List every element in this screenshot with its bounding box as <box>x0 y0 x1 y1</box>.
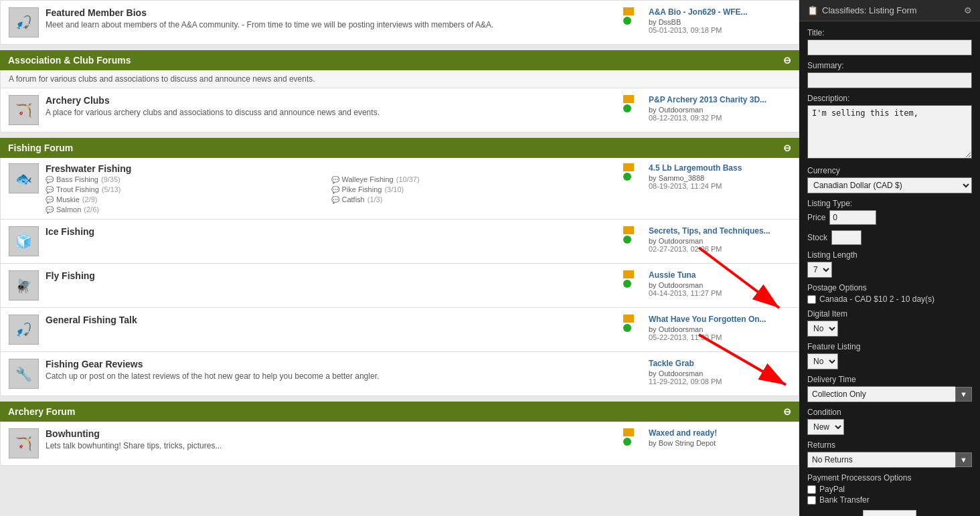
sub-muskie[interactable]: Muskie (2/9) <box>46 195 331 203</box>
currency-group: Currency Canadian Dollar (CAD $) <box>807 166 972 193</box>
general-title[interactable]: General Fishing Talk <box>46 315 617 325</box>
paypal-checkbox[interactable] <box>807 485 816 494</box>
archery-post-icons <box>623 95 637 112</box>
freshwater-latest-date: 08-19-2013, 11:24 PM <box>649 182 791 190</box>
ice-title[interactable]: Ice Fishing <box>46 226 617 237</box>
fly-title[interactable]: Fly Fishing <box>46 270 617 281</box>
postage-group: Postage Options Canada - CAD $10 2 - 10 … <box>807 283 972 304</box>
sub-pike[interactable]: Pike Fishing (3/10) <box>331 185 617 193</box>
description-textarea[interactable]: I'm selling this item, <box>807 105 972 159</box>
postage-checkbox[interactable] <box>807 295 816 304</box>
archery-collapse-icon[interactable]: ⊖ <box>783 406 791 417</box>
digital-select[interactable]: No <box>807 321 838 337</box>
listing-type-label: Listing Type: <box>807 199 972 208</box>
title-input[interactable] <box>807 39 972 56</box>
currency-select[interactable]: Canadian Dollar (CAD $) <box>807 177 972 193</box>
returns-input[interactable] <box>807 452 955 468</box>
feature-select[interactable]: No <box>807 353 838 369</box>
assoc-desc: A forum for various clubs and associatio… <box>0 70 799 88</box>
digital-group: Digital Item No <box>807 309 972 337</box>
sub-walleye[interactable]: Walleye Fishing (10/37) <box>331 175 617 183</box>
gear-avatar: 🔧 <box>9 359 39 389</box>
sub-trout[interactable]: Trout Fishing (5/13) <box>46 185 331 193</box>
ice-latest-title[interactable]: Secrets, Tips, and Techniques... <box>649 226 791 236</box>
new-post-icon <box>623 7 634 15</box>
assoc-collapse-icon[interactable]: ⊖ <box>783 55 791 66</box>
sub-bass[interactable]: Bass Fishing (9/35) <box>46 175 331 183</box>
postage-option-row: Canada - CAD $10 2 - 10 day(s) <box>807 294 972 304</box>
condition-label: Condition <box>807 408 972 417</box>
fly-new-icon <box>623 270 634 278</box>
ice-online-icon <box>623 236 631 244</box>
general-post-icons <box>623 315 637 332</box>
stock-group: Stock <box>807 230 972 245</box>
fishing-header: Fishing Forum ⊖ <box>0 138 799 158</box>
freshwater-latest-by: by Sammo_3888 <box>649 174 791 182</box>
gear-title[interactable]: Fishing Gear Reviews <box>46 359 637 369</box>
bowhunting-latest: Waxed and ready! by Bow String Depot <box>643 428 791 447</box>
returns-dropdown-btn[interactable]: ▼ <box>955 452 972 467</box>
general-latest-by: by Outdoorsman <box>649 325 791 333</box>
payment-label: Payment Processors Options <box>807 473 972 483</box>
submit-button[interactable]: Submit <box>863 510 916 516</box>
featured-desc: Meet and learn about members of the A&A … <box>46 19 617 31</box>
archery-clubs-desc: A place for various archery clubs and as… <box>46 107 617 118</box>
listing-length-select[interactable]: 7 <box>807 262 832 278</box>
description-group: Description: I'm selling this item, <box>807 94 972 161</box>
fly-post-icons <box>623 270 637 288</box>
archery-clubs-title[interactable]: Archery Clubs <box>46 95 617 106</box>
fly-latest: Aussie Tuna by Outdoorsman 04-14-2013, 1… <box>643 270 791 297</box>
bank-checkbox[interactable] <box>807 496 816 505</box>
payment-group: Payment Processors Options PayPal Bank T… <box>807 473 972 505</box>
submit-area: Submit <box>807 510 972 516</box>
archery-online-icon <box>623 104 631 112</box>
sub-salmon[interactable]: Salmon (2/6) <box>46 205 331 213</box>
general-latest-title[interactable]: What Have You Forgotten On... <box>649 315 791 324</box>
condition-row: New <box>807 419 972 435</box>
feature-label: Feature Listing <box>807 342 972 351</box>
fly-latest-date: 04-14-2013, 11:27 PM <box>649 289 791 297</box>
listing-length-label: Listing Length <box>807 250 972 260</box>
currency-label: Currency <box>807 166 972 175</box>
featured-latest-title[interactable]: A&A Bio - Jon629 - WFE... <box>649 7 791 17</box>
condition-select[interactable]: New <box>807 419 844 435</box>
fly-latest-by: by Outdoorsman <box>649 281 791 289</box>
digital-label: Digital Item <box>807 309 972 319</box>
sidebar-settings-icon[interactable]: ⚙ <box>964 5 972 15</box>
paypal-label: PayPal <box>819 485 845 494</box>
ice-avatar: 🧊 <box>9 226 39 256</box>
fly-latest-title[interactable]: Aussie Tuna <box>649 270 791 280</box>
bowhunting-latest-title[interactable]: Waxed and ready! <box>649 428 791 438</box>
delivery-dropdown-btn[interactable]: ▼ <box>955 387 972 402</box>
stock-input[interactable] <box>831 230 862 245</box>
bowhunting-title[interactable]: Bowhunting <box>46 428 617 439</box>
bowhunting-new-icon <box>623 428 634 436</box>
returns-group: Returns ▼ <box>807 440 972 468</box>
online-icon <box>623 17 631 25</box>
delivery-input[interactable] <box>807 386 955 402</box>
bowhunting-info: Bowhunting Lets talk bowhunting! Share t… <box>46 428 617 452</box>
sub-catfish[interactable]: Catfish (1/3) <box>331 195 617 203</box>
freshwater-latest-title[interactable]: 4.5 Lb Largemouth Bass <box>649 163 791 173</box>
archery-latest-title[interactable]: P&P Archery 2013 Charity 3D... <box>649 95 791 104</box>
description-label: Description: <box>807 94 972 103</box>
gear-latest-title[interactable]: Tackle Grab <box>649 359 791 368</box>
summary-input[interactable] <box>807 72 972 88</box>
length-row: 7 <box>807 262 972 278</box>
featured-latest-by: by DssBB <box>649 18 791 26</box>
archery-clubs-avatar: 🏹 <box>9 95 39 125</box>
delivery-group: Delivery Time ▼ <box>807 375 972 402</box>
price-input[interactable] <box>829 210 876 225</box>
ice-post-icons <box>623 226 637 244</box>
latest-post-featured: A&A Bio - Jon629 - WFE... by DssBB 05-01… <box>643 7 791 34</box>
fishing-collapse-icon[interactable]: ⊖ <box>783 143 791 153</box>
postage-option-text: Canada - CAD $10 2 - 10 day(s) <box>819 294 934 304</box>
freshwater-post-icons <box>623 163 637 181</box>
general-new-icon <box>623 315 634 323</box>
freshwater-title[interactable]: Freshwater Fishing <box>46 163 617 174</box>
freshwater-info: Freshwater Fishing Bass Fishing (9/35) T… <box>46 163 617 213</box>
fly-info: Fly Fishing <box>46 270 617 282</box>
bowhunting-desc: Lets talk bowhunting! Share tips, tricks… <box>46 440 617 452</box>
featured-info: Featured Member Bios Meet and learn abou… <box>46 7 617 31</box>
price-row: Price <box>807 210 972 225</box>
